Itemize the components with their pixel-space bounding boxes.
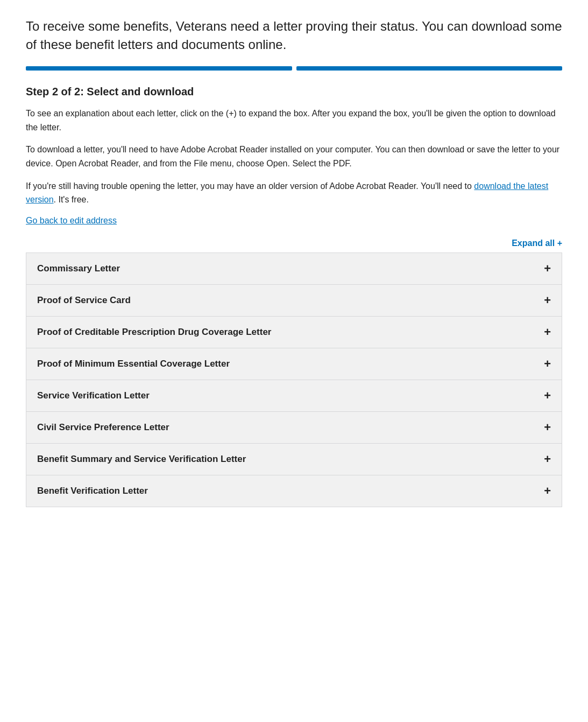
- progress-bar: [26, 66, 562, 71]
- accordion-expand-icon-proof-service: +: [544, 295, 551, 306]
- intro-text: To receive some benefits, Veterans need …: [26, 17, 562, 53]
- accordion-expand-icon-benefit-summary: +: [544, 453, 551, 465]
- download-link[interactable]: download the latest version: [26, 181, 548, 205]
- expand-all-button[interactable]: Expand all +: [512, 239, 562, 248]
- instruction-2: To download a letter, you'll need to hav…: [26, 143, 562, 170]
- accordion-label-proof-minimum: Proof of Minimum Essential Coverage Lett…: [37, 359, 230, 369]
- accordion-label-commissary: Commissary Letter: [37, 263, 120, 274]
- accordion-expand-icon-benefit-verification: +: [544, 485, 551, 497]
- accordion-list: Commissary Letter+Proof of Service Card+…: [26, 253, 562, 507]
- instruction-3: If you're still having trouble opening t…: [26, 179, 562, 207]
- accordion-label-benefit-verification: Benefit Verification Letter: [37, 486, 148, 496]
- accordion-item-proof-service[interactable]: Proof of Service Card+: [26, 285, 562, 317]
- expand-all-container: Expand all +: [26, 239, 562, 248]
- accordion-item-benefit-verification[interactable]: Benefit Verification Letter+: [26, 475, 562, 507]
- progress-segment-2: [296, 66, 563, 71]
- back-link[interactable]: Go back to edit address: [26, 216, 117, 226]
- accordion-label-proof-creditable: Proof of Creditable Prescription Drug Co…: [37, 327, 271, 338]
- instruction-1: To see an explanation about each letter,…: [26, 107, 562, 134]
- accordion-item-proof-creditable[interactable]: Proof of Creditable Prescription Drug Co…: [26, 317, 562, 348]
- accordion-expand-icon-proof-creditable: +: [544, 326, 551, 338]
- accordion-item-service-verification[interactable]: Service Verification Letter+: [26, 380, 562, 412]
- accordion-item-commissary[interactable]: Commissary Letter+: [26, 253, 562, 285]
- accordion-label-proof-service: Proof of Service Card: [37, 295, 131, 306]
- accordion-label-benefit-summary: Benefit Summary and Service Verification…: [37, 454, 246, 465]
- accordion-label-civil-service: Civil Service Preference Letter: [37, 422, 169, 433]
- accordion-expand-icon-civil-service: +: [544, 422, 551, 433]
- accordion-item-civil-service[interactable]: Civil Service Preference Letter+: [26, 412, 562, 444]
- accordion-label-service-verification: Service Verification Letter: [37, 390, 150, 401]
- instructions-block: To see an explanation about each letter,…: [26, 107, 562, 207]
- accordion-expand-icon-proof-minimum: +: [544, 358, 551, 370]
- accordion-expand-icon-commissary: +: [544, 263, 551, 275]
- step-heading: Step 2 of 2: Select and download: [26, 86, 562, 98]
- accordion-item-proof-minimum[interactable]: Proof of Minimum Essential Coverage Lett…: [26, 348, 562, 380]
- progress-segment-1: [26, 66, 292, 71]
- accordion-expand-icon-service-verification: +: [544, 390, 551, 402]
- accordion-item-benefit-summary[interactable]: Benefit Summary and Service Verification…: [26, 444, 562, 475]
- page-wrapper: To receive some benefits, Veterans need …: [0, 0, 588, 533]
